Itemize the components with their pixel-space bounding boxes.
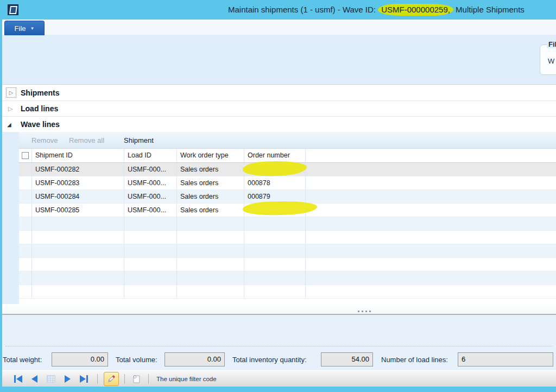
cell-shipment-id: USMF-000285 <box>32 204 124 217</box>
expander-collapsed-icon[interactable]: ▷ <box>6 87 16 98</box>
clipboard-icon <box>131 374 142 384</box>
cell-shipment-id: USMF-000284 <box>32 190 124 203</box>
column-header-order-number[interactable]: Order number <box>244 149 306 162</box>
filter-group-label: Fil <box>547 40 556 48</box>
last-record-icon <box>80 375 86 383</box>
pencil-icon <box>106 374 116 384</box>
expander-expanded-icon[interactable]: ◢ <box>7 122 11 128</box>
row-checkbox-cell <box>19 163 32 176</box>
separator <box>148 374 149 384</box>
total-volume-field[interactable]: 0.00 <box>165 352 225 366</box>
filter-group-box: Fil W <box>540 45 556 75</box>
row-checkbox-cell <box>19 190 32 203</box>
grid-row-3[interactable]: USMF-000284 USMF-000... Sales orders 000… <box>19 190 556 204</box>
total-weight-label: Total weight: <box>3 356 42 364</box>
first-record-button[interactable] <box>14 375 22 383</box>
total-volume-label: Total volume: <box>116 356 157 364</box>
cell-order-number <box>244 204 306 217</box>
cell-load-id: USMF-000... <box>124 176 177 189</box>
cell-order-number: 000878 <box>244 176 306 189</box>
file-menu-button[interactable]: File ▼ <box>4 21 45 35</box>
wave-lines-toolbar: Remove Remove all Shipment <box>19 132 556 149</box>
cell-work-order-type: Sales orders <box>177 163 244 176</box>
select-all-cell <box>19 149 32 162</box>
remove-button[interactable]: Remove <box>31 132 58 149</box>
column-header-load-id[interactable]: Load ID <box>124 149 177 162</box>
grid-empty-row <box>19 244 556 258</box>
grid-empty-row <box>19 258 556 271</box>
grid-view-icon[interactable] <box>47 375 55 383</box>
section-header-shipments[interactable]: ▷ Shipments <box>2 84 556 101</box>
separator <box>97 374 98 384</box>
title-suffix: Multiple Shipments <box>453 5 525 14</box>
grid-empty-row <box>19 231 556 244</box>
file-menu-label: File <box>15 24 26 33</box>
title-wave-id-highlighted: USMF-000000259, <box>378 4 453 16</box>
grid-empty-row <box>19 271 556 285</box>
cell-work-order-type: Sales orders <box>177 176 244 189</box>
grid-row-1[interactable]: USMF-000282 USMF-000... Sales orders <box>19 163 556 176</box>
next-record-icon <box>65 375 71 383</box>
row-checkbox-cell <box>19 204 32 217</box>
cell-work-order-type: Sales orders <box>177 190 244 203</box>
select-all-checkbox[interactable] <box>22 152 29 159</box>
grid-row-4[interactable]: USMF-000285 USMF-000... Sales orders <box>19 204 556 217</box>
maintain-shipments-window: Maintain shipments (1 - usmf) - Wave ID:… <box>0 0 556 392</box>
shipment-menu-button[interactable]: Shipment <box>124 132 154 149</box>
section-label: Wave lines <box>21 120 60 129</box>
status-bar: The unique filter code <box>2 370 556 387</box>
cell-load-id: USMF-000... <box>124 190 177 203</box>
first-record-icon <box>16 375 22 383</box>
grid-empty-row <box>19 217 556 231</box>
remove-all-button[interactable]: Remove all <box>69 132 104 149</box>
expander-collapsed-icon[interactable]: ▷ <box>8 105 12 112</box>
chevron-down-icon: ▼ <box>30 26 35 31</box>
section-header-load-lines[interactable]: ▷ Load lines <box>2 101 556 117</box>
splitter-handle[interactable] <box>2 304 556 314</box>
dotted-divider <box>5 346 553 346</box>
window-title: Maintain shipments (1 - usmf) - Wave ID:… <box>228 0 525 20</box>
grid-header-row: Shipment ID Load ID Work order type Orde… <box>19 149 556 163</box>
grid-empty-row <box>19 285 556 299</box>
splitter-dots-icon <box>358 311 371 312</box>
window-border-bottom <box>0 387 556 392</box>
previous-record-button[interactable] <box>31 375 37 383</box>
wave-lines-grid: Shipment ID Load ID Work order type Orde… <box>19 149 556 304</box>
clipboard-button[interactable] <box>131 374 142 384</box>
row-checkbox-cell <box>19 176 32 189</box>
cell-order-number <box>244 163 306 176</box>
previous-record-icon <box>31 375 37 383</box>
number-of-load-lines-label: Number of load lines: <box>381 356 448 364</box>
cell-load-id: USMF-000... <box>124 204 177 217</box>
section-header-wave-lines[interactable]: ◢ Wave lines <box>2 117 556 132</box>
column-header-work-order-type[interactable]: Work order type <box>177 149 244 162</box>
menu-bar: File ▼ <box>2 20 556 35</box>
window-border-left <box>0 20 2 387</box>
cell-order-number: 000879 <box>244 190 306 203</box>
section-label: Shipments <box>21 88 60 97</box>
section-list: ▷ Shipments ▷ Load lines ◢ Wave lines <box>2 84 556 132</box>
cell-work-order-type: Sales orders <box>177 204 244 217</box>
number-of-load-lines-field[interactable]: 6 <box>458 352 553 366</box>
total-weight-field[interactable]: 0.00 <box>52 352 108 366</box>
total-inventory-quantity-field[interactable]: 54.00 <box>321 352 373 366</box>
section-label: Load lines <box>21 104 58 113</box>
column-header-shipment-id[interactable]: Shipment ID <box>32 149 124 162</box>
app-icon[interactable] <box>8 4 18 15</box>
cell-shipment-id: USMF-000283 <box>32 176 124 189</box>
title-prefix: Maintain shipments (1 - usmf) - Wave ID: <box>228 5 378 14</box>
titlebar: Maintain shipments (1 - usmf) - Wave ID:… <box>0 0 556 20</box>
column-header-filler <box>306 149 556 162</box>
cell-shipment-id: USMF-000282 <box>32 163 124 176</box>
status-bar-text: The unique filter code <box>156 376 217 382</box>
separator <box>124 374 125 384</box>
next-record-button[interactable] <box>65 375 71 383</box>
total-inventory-quantity-label: Total inventory quantity: <box>232 356 307 364</box>
grid-row-2[interactable]: USMF-000283 USMF-000... Sales orders 000… <box>19 176 556 190</box>
wave-field-label: W <box>548 57 554 65</box>
edit-mode-button[interactable] <box>104 372 119 386</box>
cell-load-id: USMF-000... <box>124 163 177 176</box>
last-record-button[interactable] <box>80 375 88 383</box>
